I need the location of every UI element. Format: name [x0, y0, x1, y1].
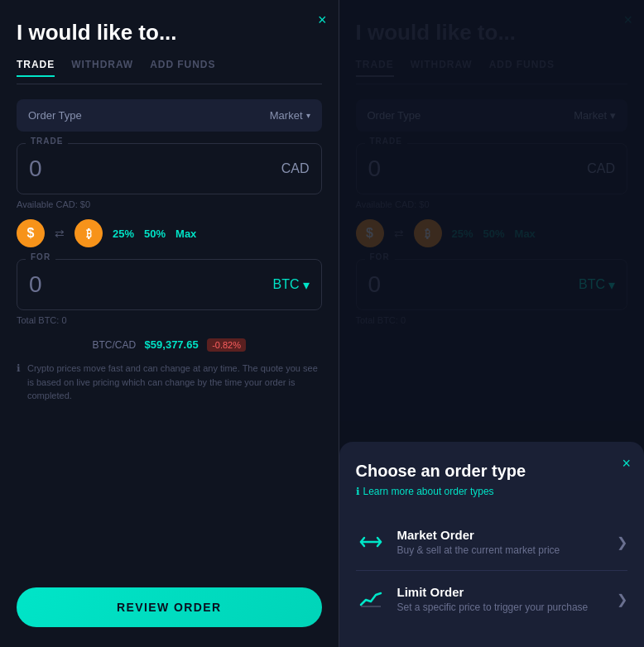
left-for-currency[interactable]: BTC ▾	[273, 277, 310, 293]
left-title: I would like to...	[17, 20, 322, 46]
left-available-cad: Available CAD: $0	[17, 199, 322, 209]
market-order-name: Market Order	[397, 528, 560, 542]
left-panel: × I would like to... TRADE WITHDRAW ADD …	[0, 0, 339, 647]
left-price-pair: BTC/CAD	[92, 339, 136, 351]
left-pct-50-button[interactable]: 50%	[144, 228, 166, 240]
dropdown-close-button[interactable]: ×	[622, 455, 631, 472]
market-order-chevron-icon: ❯	[617, 534, 627, 550]
left-order-type-value[interactable]: Market ▾	[270, 109, 310, 122]
left-disclaimer: ℹ Crypto prices move fast and can change…	[17, 362, 322, 403]
left-for-chevron-icon: ▾	[303, 277, 310, 293]
limit-order-icon	[356, 584, 386, 614]
left-tab-add-funds[interactable]: ADD FUNDS	[150, 59, 215, 77]
limit-order-chevron-icon: ❯	[617, 592, 627, 607]
left-price-row: BTC/CAD $59,377.65 -0.82%	[17, 337, 322, 352]
left-tabs: TRADE WITHDRAW ADD FUNDS	[17, 59, 322, 84]
market-order-icon	[356, 527, 386, 557]
left-tab-withdraw[interactable]: WITHDRAW	[71, 59, 133, 77]
left-review-order-button[interactable]: REVIEW ORDER	[17, 587, 322, 627]
left-order-type-label: Order Type	[28, 109, 82, 122]
left-price-change: -0.82%	[207, 338, 246, 352]
left-trade-box-label: TRADE	[26, 137, 68, 146]
order-type-dropdown: × Choose an order type ℹ Learn more abou…	[339, 442, 645, 647]
left-price-value: $59,377.65	[145, 338, 199, 351]
right-panel: × I would like to... TRADE WITHDRAW ADD …	[339, 0, 645, 647]
left-total-btc: Total BTC: 0	[17, 315, 322, 325]
limit-order-name: Limit Order	[397, 585, 589, 599]
limit-order-desc: Set a specific price to trigger your pur…	[397, 601, 589, 613]
left-close-button[interactable]: ×	[318, 12, 327, 29]
left-trade-currency: CAD	[281, 161, 310, 176]
market-order-option[interactable]: Market Order Buy & sell at the current m…	[356, 514, 628, 571]
left-pct-max-button[interactable]: Max	[175, 228, 196, 240]
left-order-type-row[interactable]: Order Type Market ▾	[17, 99, 322, 132]
left-tab-trade[interactable]: TRADE	[17, 59, 55, 77]
dropdown-info-icon: ℹ	[356, 486, 360, 497]
left-swap-row: $ ⇄ ₿ 25% 50% Max	[17, 219, 322, 247]
dropdown-subtitle-text[interactable]: Learn more about order types	[363, 486, 494, 497]
market-order-desc: Buy & sell at the current market price	[397, 544, 560, 556]
left-for-box-label: FOR	[26, 252, 55, 261]
info-icon: ℹ	[17, 362, 21, 374]
dropdown-subtitle: ℹ Learn more about order types	[356, 486, 628, 497]
left-pct-25-button[interactable]: 25%	[113, 228, 134, 240]
left-trade-amount[interactable]: 0	[29, 156, 42, 182]
left-dollar-coin-icon: $	[17, 219, 45, 247]
left-swap-icon[interactable]: ⇄	[55, 227, 65, 240]
left-for-box: FOR 0 BTC ▾	[17, 259, 322, 310]
left-trade-box[interactable]: TRADE 0 CAD	[17, 143, 322, 194]
left-order-chevron-icon: ▾	[306, 111, 310, 120]
left-for-amount[interactable]: 0	[29, 271, 42, 298]
left-disclaimer-text: Crypto prices move fast and can change a…	[27, 362, 322, 403]
limit-order-option[interactable]: Limit Order Set a specific price to trig…	[356, 571, 628, 627]
dropdown-title: Choose an order type	[356, 462, 628, 481]
left-btc-coin-icon: ₿	[74, 219, 103, 247]
